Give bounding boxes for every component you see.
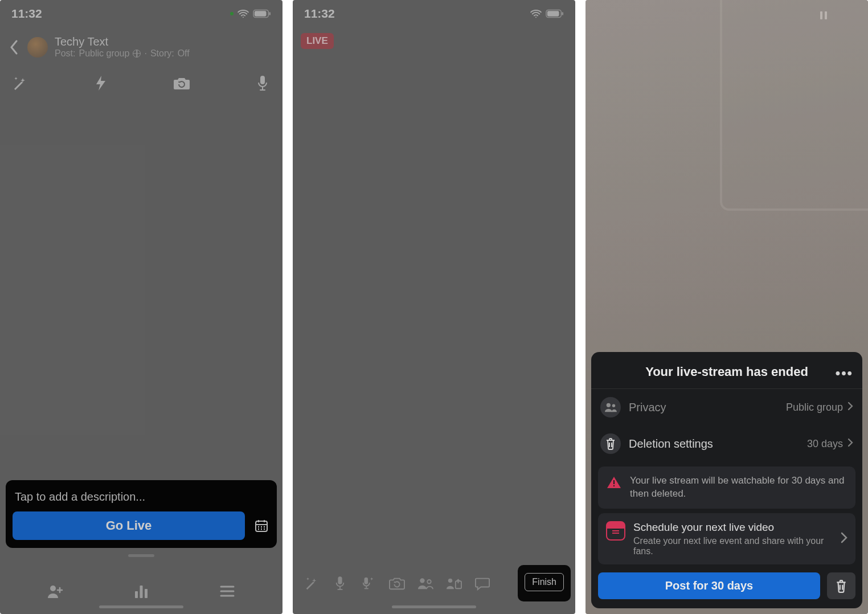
svg-rect-15 — [339, 586, 341, 589]
privacy-label: Privacy — [629, 401, 666, 414]
svg-rect-2 — [269, 12, 271, 15]
sheet-header: Your live-stream has ended ••• — [591, 361, 862, 388]
svg-rect-4 — [262, 87, 263, 89]
microphone-icon[interactable] — [328, 571, 352, 595]
schedule-title: Schedule your next live video — [633, 521, 833, 534]
invite-guest-icon[interactable] — [413, 571, 437, 595]
microphone-icon[interactable] — [253, 73, 272, 93]
flash-icon[interactable] — [91, 73, 110, 93]
deletion-info-text: Your live stream will be watchable for 3… — [630, 474, 847, 501]
mic-effects-icon[interactable] — [357, 571, 380, 595]
profile-avatar[interactable] — [27, 37, 48, 58]
flip-camera-icon[interactable] — [385, 571, 409, 595]
svg-point-22 — [448, 579, 452, 583]
delete-button[interactable] — [827, 572, 855, 599]
back-button[interactable] — [8, 39, 21, 56]
live-bottom-toolbar: Finish — [293, 565, 575, 604]
deletion-info-card: Your live stream will be watchable for 3… — [598, 466, 855, 509]
screen-go-live-setup: 11:32 Techy Text Post: Public group · St… — [0, 0, 282, 614]
go-live-button[interactable]: Go Live — [13, 511, 245, 540]
svg-point-25 — [612, 404, 615, 407]
invite-friends-icon[interactable] — [45, 581, 65, 601]
profile-info: Techy Text Post: Public group · Story: O… — [55, 35, 190, 59]
svg-rect-17 — [365, 578, 369, 584]
calendar-icon — [606, 521, 625, 541]
poll-stats-icon[interactable] — [131, 581, 152, 601]
svg-rect-16 — [337, 589, 342, 590]
schedule-subtitle: Create your next live event and share wi… — [633, 536, 833, 556]
profile-name: Techy Text — [55, 35, 190, 48]
status-bar: 11:32 — [293, 0, 575, 25]
home-indicator[interactable] — [392, 605, 476, 608]
svg-rect-27 — [613, 485, 615, 486]
privacy-row[interactable]: Privacy Public group — [591, 388, 862, 425]
sheet-title: Your live-stream has ended — [645, 365, 808, 379]
magic-wand-icon[interactable] — [300, 571, 324, 595]
menu-icon[interactable] — [217, 581, 238, 601]
chevron-right-icon — [841, 532, 847, 546]
status-bar — [586, 0, 868, 11]
svg-rect-3 — [260, 76, 265, 84]
comment-icon[interactable] — [470, 571, 494, 595]
home-indicator[interactable] — [99, 605, 183, 608]
svg-rect-9 — [140, 586, 142, 598]
status-time: 11:32 — [304, 7, 335, 21]
story-label: Story: — [150, 48, 174, 59]
finish-button[interactable]: Finish — [525, 573, 564, 591]
wifi-icon — [237, 9, 249, 18]
schedule-calendar-icon[interactable] — [253, 517, 270, 534]
battery-icon — [546, 9, 564, 18]
wifi-icon — [530, 9, 542, 18]
chevron-right-icon — [847, 438, 853, 450]
screen-stream-ended: Your live-stream has ended ••• Privacy P… — [586, 0, 868, 614]
svg-rect-5 — [260, 89, 265, 91]
status-icons — [530, 9, 564, 18]
bottom-actions — [0, 568, 282, 601]
pause-icon — [820, 11, 829, 19]
deletion-label: Deletion settings — [629, 437, 713, 451]
deletion-row[interactable]: Deletion settings 30 days — [591, 425, 862, 462]
finish-panel: Finish — [518, 565, 571, 601]
go-live-panel: Tap to add a description... Go Live — [6, 480, 277, 548]
separator-dot: · — [144, 48, 146, 59]
trash-icon — [600, 433, 621, 454]
svg-point-20 — [420, 578, 424, 583]
svg-rect-14 — [338, 576, 342, 584]
stream-ended-sheet: Your live-stream has ended ••• Privacy P… — [591, 352, 862, 608]
header-row: Techy Text Post: Public group · Story: O… — [0, 25, 282, 62]
recording-dot-icon — [230, 12, 234, 15]
preview-shape — [720, 0, 868, 211]
schedule-text: Schedule your next live video Create you… — [633, 521, 833, 556]
svg-rect-18 — [366, 586, 367, 588]
svg-rect-1 — [255, 11, 267, 16]
svg-point-21 — [427, 580, 431, 583]
status-bar: 11:32 — [0, 0, 282, 25]
schedule-card[interactable]: Schedule your next live video Create you… — [598, 513, 855, 564]
deletion-value: 30 days — [807, 438, 853, 450]
chevron-right-icon — [847, 402, 853, 414]
live-badge: LIVE — [301, 33, 334, 49]
status-time: 11:32 — [11, 7, 42, 21]
more-options-button[interactable]: ••• — [836, 365, 853, 381]
people-icon — [600, 397, 621, 417]
post-value: Public group — [79, 48, 129, 59]
description-input[interactable]: Tap to add a description... — [13, 488, 270, 511]
svg-rect-12 — [547, 11, 559, 16]
globe-icon — [133, 50, 141, 58]
flip-camera-icon[interactable] — [172, 73, 191, 93]
profile-sub[interactable]: Post: Public group · Story: Off — [55, 48, 190, 59]
privacy-value: Public group — [786, 402, 853, 414]
post-label: Post: — [55, 48, 75, 59]
svg-point-7 — [50, 586, 56, 591]
svg-rect-19 — [365, 588, 369, 589]
magic-wand-icon[interactable] — [10, 73, 30, 93]
share-icon[interactable] — [442, 571, 466, 595]
svg-rect-13 — [562, 12, 563, 15]
svg-rect-10 — [145, 589, 148, 598]
warning-icon — [606, 474, 622, 490]
screen-live-in-progress: 11:32 LIVE — [293, 0, 575, 614]
post-button[interactable]: Post for 30 days — [598, 572, 820, 599]
battery-icon — [253, 9, 271, 18]
drag-handle-icon[interactable] — [128, 554, 154, 557]
svg-rect-8 — [135, 591, 138, 598]
